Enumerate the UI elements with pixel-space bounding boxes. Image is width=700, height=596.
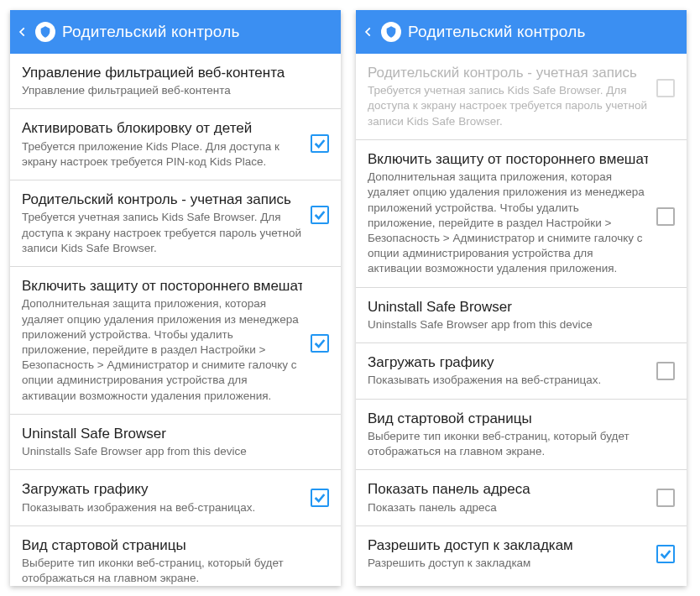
row-subtitle: Выберите тип иконки веб-страниц, который… <box>368 429 675 459</box>
checkbox[interactable] <box>656 545 675 563</box>
row-subtitle: Разрешить доступ к закладкам <box>368 556 648 571</box>
row-show-addressbar[interactable]: Показать панель адреса Показать панель а… <box>356 470 687 525</box>
row-allow-bookmarks[interactable]: Разрешить доступ к закладкам Разрешить д… <box>356 526 687 581</box>
row-subtitle: Показывать изображения на веб-страницах. <box>22 500 302 515</box>
row-title: Загружать графику <box>368 353 648 371</box>
row-title: Родительский контроль - учетная запись <box>22 191 302 208</box>
row-title: Uninstall Safe Browser <box>22 425 329 442</box>
row-uninstall[interactable]: Uninstall Safe Browser Uninstalls Safe B… <box>10 415 341 470</box>
settings-list: Управление фильтрацией веб-контента Упра… <box>10 54 341 586</box>
row-title: Родительский контроль - учетная запись <box>368 64 648 81</box>
row-subtitle: Требуется приложение Kids Place. Для дос… <box>22 139 302 170</box>
checkbox[interactable] <box>311 334 329 353</box>
checkbox[interactable] <box>311 206 329 224</box>
topbar: Родительский контроль <box>356 10 687 54</box>
back-icon[interactable] <box>17 26 29 38</box>
settings-list: Родительский контроль - учетная запись Т… <box>356 54 687 586</box>
row-homepage-view[interactable]: Вид стартовой страницы Выберите тип икон… <box>356 400 687 471</box>
row-tamper-protection[interactable]: Включить защиту от постороннего вмешател… <box>356 140 687 288</box>
row-parental-account: Родительский контроль - учетная запись Т… <box>356 54 687 140</box>
row-uninstall[interactable]: Uninstall Safe Browser Uninstalls Safe B… <box>356 288 687 343</box>
row-parental-account[interactable]: Родительский контроль - учетная запись Т… <box>10 180 341 267</box>
row-web-filter[interactable]: Управление фильтрацией веб-контента Упра… <box>10 54 341 109</box>
row-title: Включить защиту от постороннего вмешател… <box>368 150 648 168</box>
row-title: Загружать графику <box>22 480 302 498</box>
checkbox[interactable] <box>656 489 675 507</box>
row-subtitle: Uninstalls Safe Browser app from this de… <box>368 317 675 332</box>
row-load-images[interactable]: Загружать графику Показывать изображения… <box>10 470 341 525</box>
row-subtitle: Выберите тип иконки веб-страниц, который… <box>22 556 329 586</box>
row-title: Разрешить доступ к закладкам <box>368 536 648 554</box>
row-subtitle: Дополнительная защита приложения, котора… <box>22 296 302 404</box>
checkbox[interactable] <box>311 489 329 507</box>
row-subtitle: Требуется учетная запись Kids Safe Brows… <box>368 83 648 129</box>
checkbox[interactable] <box>656 207 675 226</box>
topbar-title: Родительский контроль <box>408 23 586 41</box>
row-subtitle: Показать панель адреса <box>368 500 648 515</box>
row-title: Активировать блокировку от детей <box>22 119 302 137</box>
app-icon <box>35 22 55 42</box>
row-homepage-view[interactable]: Вид стартовой страницы Выберите тип икон… <box>10 526 341 586</box>
row-activate-block[interactable]: Активировать блокировку от детей Требует… <box>10 109 341 180</box>
row-tamper-protection[interactable]: Включить защиту от постороннего вмешател… <box>10 267 341 415</box>
checkbox[interactable] <box>311 134 329 153</box>
topbar-title: Родительский контроль <box>62 23 240 41</box>
row-title: Управление фильтрацией веб-контента <box>22 64 329 81</box>
row-subtitle: Требуется учетная запись Kids Safe Brows… <box>22 210 302 256</box>
row-load-images[interactable]: Загружать графику Показывать изображения… <box>356 343 687 399</box>
row-title: Uninstall Safe Browser <box>368 298 675 316</box>
app-icon <box>381 22 401 42</box>
row-title: Вид стартовой страницы <box>368 410 675 427</box>
row-title: Вид стартовой страницы <box>22 536 329 554</box>
row-subtitle: Показывать изображения на веб-страницах. <box>368 373 648 388</box>
row-subtitle: Управление фильтрацией веб-контента <box>22 83 329 98</box>
checkbox[interactable] <box>656 362 675 380</box>
checkbox <box>656 79 675 97</box>
back-icon[interactable] <box>363 26 374 38</box>
row-title: Показать панель адреса <box>368 480 648 498</box>
row-subtitle: Дополнительная защита приложения, котора… <box>368 170 648 277</box>
row-title: Включить защиту от постороннего вмешател… <box>22 277 302 295</box>
row-subtitle: Uninstalls Safe Browser app from this de… <box>22 444 329 459</box>
screen-right: Родительский контроль Родительский контр… <box>356 10 687 586</box>
topbar: Родительский контроль <box>10 10 341 54</box>
screen-left: Родительский контроль Управление фильтра… <box>10 10 341 586</box>
